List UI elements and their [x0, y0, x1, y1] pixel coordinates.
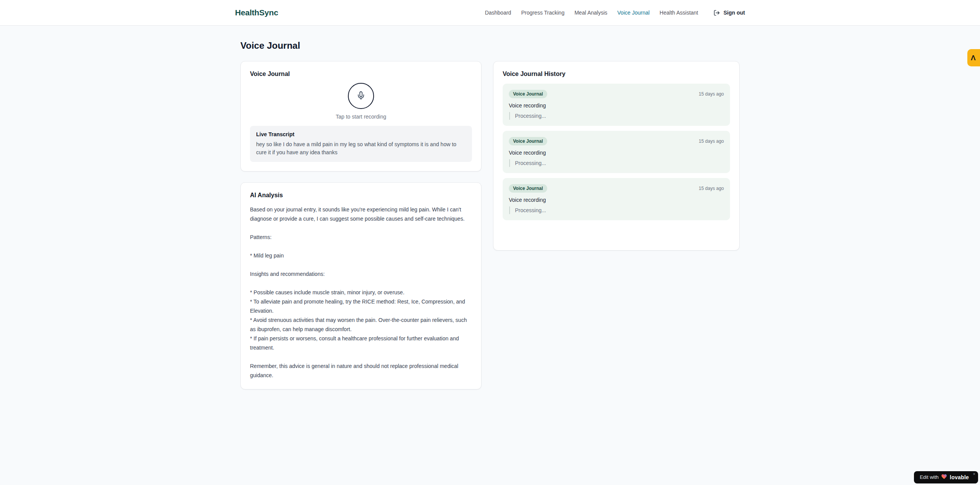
voice-journal-history-card: Voice Journal History Voice Journal 15 d…	[493, 61, 740, 251]
content-grid: Voice Journal Tap to start recording	[240, 61, 740, 389]
brand-logo[interactable]: HealthSync	[235, 8, 278, 17]
app-header: HealthSync Dashboard Progress Tracking M…	[0, 0, 980, 26]
entry-type-badge: Voice Journal	[509, 184, 547, 193]
entry-title: Voice recording	[509, 197, 724, 203]
history-list: Voice Journal 15 days ago Voice recordin…	[503, 84, 730, 220]
entry-timestamp: 15 days ago	[699, 139, 724, 144]
lovable-brand-label: lovable	[950, 474, 969, 480]
entry-title: Voice recording	[509, 150, 724, 156]
entry-processing-status: Processing...	[509, 206, 724, 214]
right-column: Voice Journal History Voice Journal 15 d…	[493, 61, 740, 251]
side-widget-button[interactable]: Λ	[967, 49, 980, 66]
entry-title: Voice recording	[509, 102, 724, 109]
sign-out-button[interactable]: Sign out	[713, 10, 745, 16]
logout-icon	[713, 10, 720, 16]
left-column: Voice Journal Tap to start recording	[240, 61, 482, 389]
ai-analysis-title: AI Analysis	[250, 192, 472, 199]
voice-recorder-card: Voice Journal Tap to start recording	[240, 61, 482, 172]
entry-timestamp: 15 days ago	[699, 91, 724, 97]
entry-type-badge: Voice Journal	[509, 137, 547, 145]
history-entry-header: Voice Journal 15 days ago	[509, 137, 724, 145]
entry-processing-status: Processing...	[509, 159, 724, 167]
heart-icon	[941, 473, 947, 481]
lovable-prefix-label: Edit with	[920, 474, 939, 480]
nav-item-dashboard[interactable]: Dashboard	[485, 10, 512, 16]
history-entry[interactable]: Voice Journal 15 days ago Voice recordin…	[503, 84, 730, 126]
history-entry-header: Voice Journal 15 days ago	[509, 184, 724, 193]
side-widget-logo-icon: Λ	[971, 54, 976, 62]
nav-item-meal-analysis[interactable]: Meal Analysis	[574, 10, 608, 16]
history-entry[interactable]: Voice Journal 15 days ago Voice recordin…	[503, 178, 730, 220]
nav-item-health-assistant[interactable]: Health Assistant	[660, 10, 698, 16]
page-title: Voice Journal	[240, 40, 740, 51]
mic-area: Tap to start recording	[250, 83, 472, 120]
live-transcript-text: hey so like I do have a mild pain in my …	[256, 140, 466, 157]
sign-out-label: Sign out	[723, 10, 745, 16]
ai-analysis-card: AI Analysis Based on your journal entry,…	[240, 182, 482, 389]
microphone-icon	[356, 91, 366, 101]
entry-processing-status: Processing...	[509, 112, 724, 120]
tap-to-record-hint: Tap to start recording	[336, 114, 386, 120]
lovable-close-icon[interactable]: ×	[973, 472, 975, 476]
nav-item-progress-tracking[interactable]: Progress Tracking	[521, 10, 564, 16]
history-entry-header: Voice Journal 15 days ago	[509, 90, 724, 98]
live-transcript-box: Live Transcript hey so like I do have a …	[250, 126, 472, 162]
history-card-title: Voice Journal History	[503, 71, 730, 78]
lovable-badge[interactable]: Edit with lovable ×	[914, 471, 978, 483]
main-nav: Dashboard Progress Tracking Meal Analysi…	[485, 10, 745, 16]
history-entry[interactable]: Voice Journal 15 days ago Voice recordin…	[503, 131, 730, 173]
live-transcript-title: Live Transcript	[256, 131, 466, 137]
entry-type-badge: Voice Journal	[509, 90, 547, 98]
header-inner: HealthSync Dashboard Progress Tracking M…	[235, 8, 745, 17]
recorder-card-title: Voice Journal	[250, 71, 472, 78]
main-content: Voice Journal Voice Journal	[240, 26, 740, 389]
ai-analysis-body: Based on your journal entry, it sounds l…	[250, 205, 472, 380]
nav-item-voice-journal[interactable]: Voice Journal	[617, 10, 650, 16]
record-button[interactable]	[348, 83, 374, 109]
entry-timestamp: 15 days ago	[699, 186, 724, 191]
